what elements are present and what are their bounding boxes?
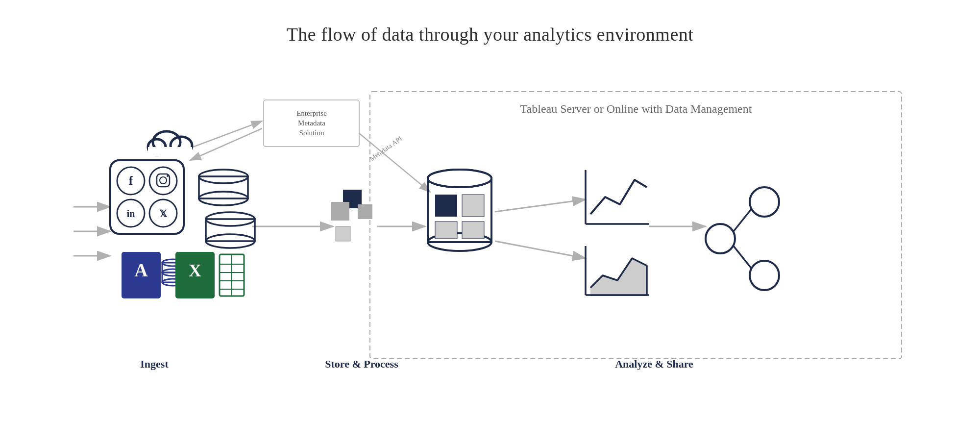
access-icon: A <box>122 252 184 298</box>
arrow-db-chart1 <box>495 199 586 212</box>
svg-point-11 <box>117 167 145 195</box>
metadata-solution-box <box>264 100 359 147</box>
svg-point-33 <box>162 279 184 286</box>
analyze-label: Analyze & Share <box>615 358 693 370</box>
diagram-container: Tableau Server or Online with Data Manag… <box>59 65 921 398</box>
svg-point-7 <box>148 139 166 155</box>
excel-icon: X <box>175 252 244 298</box>
svg-point-31 <box>162 269 184 276</box>
svg-point-46 <box>428 170 491 187</box>
svg-rect-50 <box>462 195 484 217</box>
svg-rect-32 <box>162 272 184 282</box>
metadata-api-label: Metadata API <box>368 135 403 163</box>
arrow-cloud-meta <box>184 121 262 150</box>
tableau-box <box>370 92 902 359</box>
svg-text:f: f <box>129 173 133 188</box>
svg-rect-36 <box>220 254 244 296</box>
svg-point-29 <box>162 259 184 266</box>
svg-rect-25 <box>206 219 255 241</box>
svg-rect-8 <box>148 147 192 156</box>
svg-rect-45 <box>336 226 350 241</box>
share-icon <box>706 187 779 290</box>
svg-rect-30 <box>162 263 184 272</box>
svg-rect-42 <box>343 190 362 208</box>
svg-text:𝕏: 𝕏 <box>159 208 168 219</box>
arrow-meta-api <box>359 133 430 192</box>
svg-point-53 <box>428 170 491 187</box>
svg-point-21 <box>199 170 248 183</box>
svg-point-17 <box>117 199 145 227</box>
store-label: Store & Process <box>325 358 398 370</box>
tableau-box-label: Tableau Server or Online with Data Manag… <box>520 102 752 115</box>
svg-rect-27 <box>122 252 161 298</box>
svg-point-26 <box>206 234 255 248</box>
svg-text:A: A <box>134 260 148 280</box>
svg-point-48 <box>428 233 491 251</box>
svg-rect-10 <box>110 160 184 234</box>
svg-point-59 <box>706 224 735 253</box>
svg-rect-47 <box>428 178 491 242</box>
svg-text:Solution: Solution <box>299 129 324 137</box>
svg-point-13 <box>149 167 177 195</box>
prep-icon <box>331 190 372 241</box>
page-title: The flow of data through your analytics … <box>287 24 694 45</box>
svg-point-6 <box>171 137 192 154</box>
svg-line-62 <box>734 246 751 268</box>
line-chart-upper <box>586 170 649 224</box>
main-db-icon <box>428 170 491 251</box>
svg-rect-34 <box>175 252 215 298</box>
svg-rect-22 <box>199 176 248 198</box>
svg-point-60 <box>750 261 779 290</box>
line-chart-lower <box>586 246 649 295</box>
svg-text:in: in <box>127 208 135 219</box>
svg-rect-43 <box>331 202 349 221</box>
arrow-meta-cloud <box>190 128 262 160</box>
ingest-label: Ingest <box>140 358 169 370</box>
social-media-grid: f in 𝕏 <box>110 160 184 234</box>
svg-rect-49 <box>435 195 457 217</box>
database-stack <box>199 170 255 248</box>
svg-line-61 <box>734 209 751 231</box>
svg-point-15 <box>160 177 167 184</box>
svg-rect-14 <box>157 174 170 187</box>
arrow-db-chart2 <box>495 241 586 258</box>
svg-point-58 <box>750 187 779 217</box>
svg-text:Metadata: Metadata <box>298 119 325 127</box>
cloud-icon <box>148 131 192 156</box>
svg-rect-52 <box>462 222 484 239</box>
svg-text:X: X <box>189 261 201 280</box>
svg-point-23 <box>199 192 248 205</box>
svg-point-24 <box>206 212 255 226</box>
svg-point-19 <box>149 199 177 227</box>
svg-text:Enterprise: Enterprise <box>296 109 327 117</box>
svg-rect-51 <box>435 222 457 239</box>
svg-point-5 <box>153 131 180 153</box>
svg-rect-44 <box>358 204 372 219</box>
svg-point-16 <box>167 175 169 177</box>
